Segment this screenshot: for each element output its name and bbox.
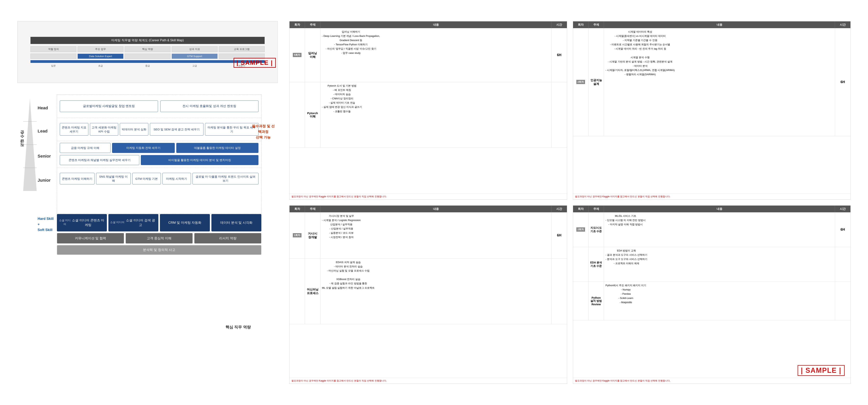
th-session-1: 회차	[289, 22, 305, 28]
th-duration-2: 시간	[835, 22, 850, 28]
hard-soft-label: Hard Skill + Soft Skill	[38, 216, 54, 232]
th-topic-3: 주제	[305, 206, 320, 212]
table-top-left: 회차 주제 내용 시간 5회차 딥러닝 이해 딥러닝 이해하기 - Deep L…	[289, 21, 567, 199]
right-section: 회차 주제 내용 시간 5회차 딥러닝 이해 딥러닝 이해하기 - Deep L…	[289, 21, 850, 384]
table-row: 머신러닝 프로세스 EDA와 피처 설계 실습 - 데이터 분석 전처리 실습 …	[289, 259, 567, 324]
sample-label-left: | SAMPLE |	[234, 58, 276, 68]
head-row: 글로벌마케팅 사례발굴및 창업 멘토링 전시 마케팅 효율화및 성과 개선 멘토…	[57, 95, 261, 118]
analytical-skill: 분석력 및 창의적 사고	[57, 245, 261, 255]
hard-skill-2: 소셜 미디어 소셜 미디어 검색 광고	[108, 214, 158, 231]
top-diagram-labels: 입문 초급 중급 고급 전문가	[30, 64, 265, 67]
td-topic-4-3: Python 설치 방법 Review	[589, 282, 604, 320]
top-diagram-row1: 역할 정의 주요 업무 핵심 역량 성과 지표 교육 프로그램	[30, 46, 265, 52]
page-container: 마케팅 직무별 역량 체계도 (Career Path & Skill Map)…	[10, 10, 858, 395]
td-topic-3-2: 머신러닝 프로세스	[305, 259, 320, 324]
skill-junior-5: 글로벌 마 다플폼 마케팅 트랜드 인사이트 살펴보기	[192, 173, 258, 184]
th-session-3: 회차	[289, 206, 305, 212]
table-row: Python 설치 방법 Review Python에서 주요 패키지 패키지 …	[573, 282, 850, 320]
level-head: Head	[38, 96, 55, 120]
table-note-3: 필요과정이 아닌 경우에만 Kaggle 이미지를 참고해서 만드신 분들이 직…	[289, 378, 567, 383]
senior-area: 금융 마케팅 규제 이해 마케팅 지동화 전략 세우기 데블플롭 활용한 마케팅…	[57, 141, 261, 168]
td-duration-4-3	[835, 282, 850, 320]
table-body-3: 1회차 거시/시장개발 거시/시장 분석 및 실무 - 시계열 분석 / Log…	[289, 212, 567, 378]
th-content-3: 내용	[320, 206, 552, 212]
lead-row: 콘텐츠 마케팅 지표 세우기 고객 세분화 마케팅 KPI 수립 빅데이터 분석…	[57, 118, 261, 141]
hard-skill-row: 소셜 미디어 소셜 미디어 콘텐츠 마케팅 소셜 미디어 소셜 미디어 검색 광…	[57, 214, 261, 231]
table-note-1: 필요과정이 아닌 경우에만 Kaggle 이미지를 참고해서 만드신 분들이 직…	[289, 194, 567, 199]
td-duration-4-2	[835, 247, 850, 282]
th-content-4: 내용	[604, 206, 835, 212]
top-diagram: 마케팅 직무별 역량 체계도 (Career Path & Skill Map)…	[18, 21, 278, 83]
table-body-2: 2회차 인공지능 설계 시계열 데이터의 특성 - 시계열(종속변수) vs 비…	[573, 28, 850, 194]
duration-text-4: 6H	[840, 227, 845, 231]
hard-skill-1: 소셜 미디어 소셜 미디어 콘텐츠 마케팅	[57, 214, 107, 231]
label-1: 입문	[30, 64, 76, 67]
td-session-4-1: 2회차	[573, 212, 589, 247]
top-cell-9: GTM Support	[172, 54, 218, 59]
td-content-4-1: ML/DL 서비스 기초 - 단모델 시스템 의 이해 전반 방법시 - 마지막…	[604, 212, 835, 247]
skill-senior-1-1: 금융 마케팅 규제 이해	[60, 143, 111, 153]
td-topic-4-1: 지도/시도 기초 수준	[589, 212, 604, 247]
content-text-7: EDA 방법이 교육 - 결과 분석과 도구의 서비스 선택하기 - 분석과 도…	[606, 249, 647, 266]
hard-skill-1-sub: 소셜 미디어	[59, 219, 71, 226]
th-topic-2: 주제	[589, 22, 604, 28]
right-annotation: 필수과정 및 선택과정 선택 가능	[251, 123, 276, 140]
content-text-4: 거시/시장 분석 및 실무 - 시계열 분석 / Logistic Regres…	[322, 214, 361, 240]
label-4: 고급	[172, 64, 218, 67]
skill-lead-3: 빅데이터 분석 심화	[120, 123, 148, 135]
session-badge-3: 1회차	[293, 233, 302, 238]
content-text-2: Pytorch 도서 및 기본 방법 - 배 포인트 매칭 - 데이터처 실습 …	[322, 84, 362, 114]
td-content-4-3: Python에서 주요 패키지 패키지 이기 - Numpy - Pandas …	[604, 282, 835, 320]
th-topic-4: 주제	[589, 206, 604, 212]
top-cell-3: 핵심 역량	[125, 46, 170, 52]
content-text-3: 시계열 데이터의 특성 - 시계열(종속변수) vs 비시계열 데이터 데이터 …	[606, 30, 675, 76]
td-content-3-1: 거시/시장 분석 및 실무 - 시계열 분석 / Logistic Regres…	[320, 212, 552, 258]
top-cell-1: 역할 정의	[30, 46, 76, 52]
duration-text-3: 6H	[557, 233, 561, 238]
table-bottom-right: 회차 주제 내용 시간 2회차 지도/시도 기초 수준 ML/DL 서비스 기초…	[573, 206, 850, 384]
th-duration-1: 시간	[552, 22, 567, 28]
td-duration-2-1: 6H	[835, 28, 850, 136]
top-diagram-title: 마케팅 직무별 역량 체계도 (Career Path & Skill Map)	[30, 37, 265, 44]
table-note-2: 필요과정이 아닌 경우에만 Kaggle 이미지를 참고해서 만드신 분들이 직…	[573, 194, 850, 199]
table-header-2: 회차 주제 내용 시간	[573, 22, 850, 28]
topic-text-7: EDA 분석 기초 수준	[590, 261, 602, 268]
hard-skill-4: 데이터 분석 및 시각화	[211, 214, 261, 231]
top-cell-6	[30, 54, 76, 59]
analytical-row: 분석력 및 창의적 사고	[57, 245, 261, 255]
topic-text-6: 지도/시도 기초 수준	[590, 226, 602, 233]
session-badge: 5회차	[293, 53, 302, 57]
th-topic-1: 주제	[305, 22, 320, 28]
td-session-4-2	[573, 247, 589, 282]
skill-senior-1-2: 마케팅 지동화 전략 세우기	[112, 143, 175, 153]
skill-junior-1: 콘텐츠 마케팅 이해하기	[60, 173, 94, 184]
td-content-1-2: Pytorch 도서 및 기본 방법 - 배 포인트 매칭 - 데이터처 실습 …	[320, 82, 552, 148]
th-duration-4: 시간	[835, 206, 850, 212]
level-lead: Lead	[38, 120, 55, 143]
td-topic-3-1: 거시/시장개발	[305, 212, 320, 258]
top-diagram-bar	[30, 60, 265, 63]
skill-head-1: 글로벌마케팅 사례발굴및 창업 멘토링	[60, 100, 158, 112]
skill-lead-2: 고객 세분화 마케팅 KPI 수립	[90, 123, 118, 135]
skill-lead-5: 마케팅 분석을 통한 우리 팀 목표 세우기	[205, 123, 258, 135]
table-note-4: 필요과정이 아닌 경우에만 Kaggle 이미지를 참고해서 만드신 분들이 직…	[573, 378, 850, 383]
content-text-1: 딥러닝 이해하기 - Deep Learning 기본 개념 / Loss Ba…	[322, 30, 380, 55]
th-content-2: 내용	[604, 22, 835, 28]
level-labels: Head Lead Senior Junior	[38, 96, 55, 191]
top-cell-5: 교육 프로그램	[219, 46, 265, 52]
level-junior: Junior	[38, 170, 55, 191]
content-text-8: Python에서 주요 패키지 패키지 이기 - Numpy - Pandas …	[606, 283, 646, 305]
main-grid: 글로벌마케팅 사례발굴및 창업 멘토링 전시 마케팅 효율화및 성과 개선 멘토…	[57, 94, 261, 214]
table-body-1: 5회차 딥러닝 이해 딥러닝 이해하기 - Deep Learning 기본 개…	[289, 28, 567, 194]
hard-skill-1-main: 소셜 미디어 콘텐츠 마케팅	[71, 218, 105, 227]
content-text-6: ML/DL 서비스 기초 - 단모델 시스템 의 이해 전반 방법시 - 마지막…	[606, 214, 646, 227]
td-content-3-2: EDA와 피처 설계 실습 - 데이터 분석 전처리 실습 - 머신러닝 실험 …	[320, 259, 552, 324]
top-cell-2: 주요 업무	[78, 46, 123, 52]
skill-junior-3: GTM 마케팅 기본	[132, 173, 161, 184]
senior-row1: 금융 마케팅 규제 이해 마케팅 지동화 전략 세우기 데블플롭 활용한 마케팅…	[60, 143, 258, 153]
table-body-4: 2회차 지도/시도 기초 수준 ML/DL 서비스 기초 - 단모델 시스템 의…	[573, 212, 850, 378]
table-row: EDA 분석 기초 수준 EDA 방법이 교육 - 결과 분석과 도구의 서비스…	[573, 247, 850, 282]
session-badge-2: 2회차	[576, 80, 585, 84]
skill-head-2: 전시 마케팅 효율화및 성과 개선 멘토링	[160, 100, 258, 112]
skill-senior-2-1: 콘텐츠 마케팅과 채널별 마케팅 실무전략 세우기	[60, 155, 139, 165]
